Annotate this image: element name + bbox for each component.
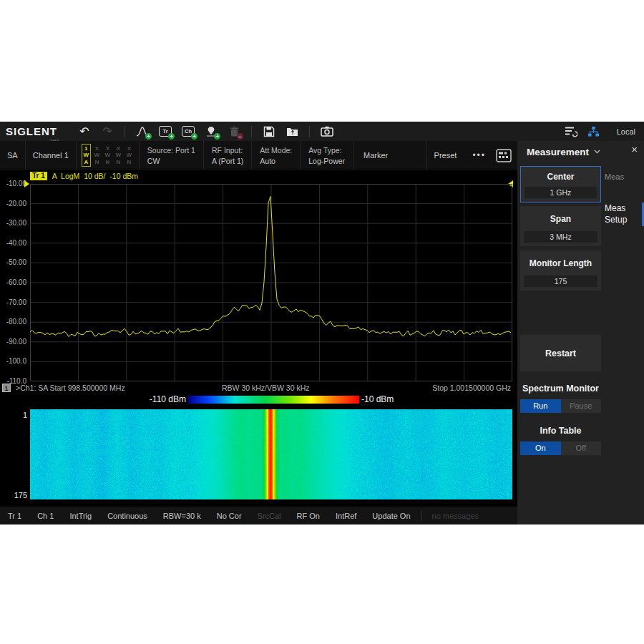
center-value-field[interactable]: 1 GHz xyxy=(525,187,597,198)
save-button[interactable] xyxy=(261,125,277,139)
run-button[interactable]: Run xyxy=(520,399,561,413)
add-plus-badge: + xyxy=(191,133,197,140)
panel-header[interactable]: Measurement xyxy=(517,141,644,162)
layout-dashboard-button[interactable] xyxy=(494,141,517,170)
center-label: Center xyxy=(521,172,600,182)
preset-button[interactable]: Preset xyxy=(426,141,464,170)
measurement-panel: Measurement × Center 1 GHz Meas Meas Set… xyxy=(517,141,644,525)
trace-column-inactive[interactable]: X W N xyxy=(92,145,102,166)
more-menu-button[interactable]: ••• xyxy=(464,141,494,170)
add-plus-badge: + xyxy=(168,133,175,140)
monitor-length-control[interactable]: Monitor Length 175 xyxy=(520,250,601,291)
trace-column-active[interactable]: 1 W A xyxy=(82,144,91,167)
tab-meas[interactable]: Meas xyxy=(605,172,624,181)
rf-input-menu-button[interactable]: RF Input: A (Port 1) xyxy=(204,141,252,170)
delete-button[interactable]: – xyxy=(226,125,242,139)
screenshot-button[interactable] xyxy=(319,125,335,139)
y-axis-tick: -30.00 xyxy=(0,219,26,227)
trace-column-inactive[interactable]: X W N xyxy=(125,145,134,166)
local-mode-label[interactable]: Local xyxy=(617,127,635,136)
source-menu-button[interactable]: Source: Port 1 CW xyxy=(140,141,204,170)
trace-column-inactive[interactable]: X W N xyxy=(103,145,112,166)
info-table-toggle: On Off xyxy=(520,441,601,455)
avg-type-menu-button[interactable]: Avg Type: Log-Power xyxy=(301,141,353,170)
colorbar-min-label: -110 dBm xyxy=(150,394,186,404)
add-marker-button[interactable]: + xyxy=(203,125,219,139)
trace-header: Tr 1 A LogM 10 dB/ -10 dBm xyxy=(30,171,138,180)
y-axis-tick: -70.00 xyxy=(0,298,26,306)
network-button[interactable] xyxy=(586,125,602,139)
siglent-logo: SIGLENT beta xyxy=(6,125,57,137)
y-axis-tick: -100.0 xyxy=(0,357,26,365)
redo-button[interactable]: ↷ xyxy=(99,125,115,139)
trace-badge[interactable]: Tr 1 xyxy=(30,172,47,180)
delete-badge: – xyxy=(237,133,243,140)
att-mode-menu-button[interactable]: Att Mode: Auto xyxy=(252,141,301,170)
spectrum-grid-and-trace xyxy=(30,184,512,381)
status-sweep-mode: Continuous xyxy=(99,512,155,520)
y-axis-tick: -90.00 xyxy=(0,338,26,346)
channel-select-button[interactable]: Channel 1 xyxy=(26,141,77,170)
monitor-length-label: Monitor Length xyxy=(520,258,601,268)
info-table-label: Info Table xyxy=(520,426,601,436)
span-label: Span xyxy=(520,214,601,224)
add-trace-button[interactable]: Tr + xyxy=(157,125,173,139)
colorbar-max-label: -10 dBm xyxy=(361,394,394,404)
status-bar: Tr 1 Ch 1 IntTrig Continuous RBW=30 k No… xyxy=(0,507,517,525)
toolbar-separator xyxy=(309,126,310,137)
pause-button[interactable]: Pause xyxy=(561,399,602,413)
siglent-app-window: SIGLENT beta ↶ ↷ + Tr + Ch + xyxy=(0,122,644,525)
trace-settings-label: A LogM 10 dB/ -10 dBm xyxy=(52,172,138,180)
status-trigger: IntTrig xyxy=(62,512,99,520)
screenshot-page: SIGLENT beta ↶ ↷ + Tr + Ch + xyxy=(0,0,644,644)
undo-icon: ↶ xyxy=(79,126,89,137)
close-panel-button[interactable]: × xyxy=(631,143,638,155)
y-axis-tick: -20.00 xyxy=(0,200,26,208)
center-frequency-control[interactable]: Center 1 GHz xyxy=(520,166,601,203)
add-channel-button[interactable]: Ch + xyxy=(180,125,196,139)
redo-icon: ↷ xyxy=(102,126,112,137)
status-message: no messages xyxy=(425,512,486,520)
trace-selector-grid[interactable]: 1 W A X W N X W N X W N xyxy=(77,141,140,170)
spectrum-monitor-toggle: Run Pause xyxy=(520,399,601,413)
status-update: Update On xyxy=(364,512,418,520)
status-srccal: SrcCal xyxy=(250,512,289,520)
dashboard-grid-icon xyxy=(496,149,512,162)
logo-text: SIGLENT xyxy=(6,125,57,137)
open-file-button[interactable] xyxy=(284,125,300,139)
channel-menubar: SA Channel 1 1 W A X W N X W N xyxy=(0,141,517,170)
trace-column-inactive[interactable]: X W N xyxy=(114,145,123,166)
status-rf: RF On xyxy=(289,512,328,520)
channel-corner-badge[interactable]: 1 xyxy=(2,384,11,392)
sweep-start-label: >Ch1: SA Start 998.500000 MHz xyxy=(16,384,125,393)
add-plus-badge: + xyxy=(214,133,220,140)
marker-menu-button[interactable]: Marker xyxy=(353,141,398,170)
span-value-field[interactable]: 3 MHz xyxy=(524,231,597,243)
lan-network-icon xyxy=(587,126,600,137)
info-table-off-button[interactable]: Off xyxy=(561,441,602,455)
mode-sa-button[interactable]: SA xyxy=(0,141,26,170)
restart-button[interactable]: Restart xyxy=(520,335,601,371)
y-axis-tick: -40.00 xyxy=(0,239,26,247)
undo-button[interactable]: ↶ xyxy=(77,125,92,139)
status-channel: Ch 1 xyxy=(29,512,62,520)
tab-meas-setup[interactable]: Meas Setup xyxy=(605,203,636,225)
task-sync-button[interactable] xyxy=(563,125,579,139)
spectrum-plot[interactable] xyxy=(30,184,512,381)
info-table-on-button[interactable]: On xyxy=(520,441,561,455)
sweep-stop-label: Stop 1.001500000 GHz xyxy=(432,384,511,393)
status-correction: No Cor xyxy=(209,512,250,520)
span-control[interactable]: Span 3 MHz xyxy=(520,206,601,246)
spectrogram-row-first-label: 1 xyxy=(1,411,27,419)
toolbar-separator xyxy=(125,126,125,137)
add-measurement-button[interactable]: + xyxy=(135,125,150,139)
folder-open-icon xyxy=(286,126,298,137)
spectrum-monitor-label: Spectrum Monitor xyxy=(520,384,601,394)
y-axis-tick: -60.00 xyxy=(0,278,26,286)
ref-level-marker-left xyxy=(24,180,29,187)
y-axis-tick: -50.00 xyxy=(0,258,26,266)
spectrogram-row-last-label: 175 xyxy=(1,491,27,499)
spectrogram-waterfall[interactable] xyxy=(30,409,512,499)
status-trace: Tr 1 xyxy=(0,512,29,520)
monitor-length-value-field[interactable]: 175 xyxy=(524,275,597,287)
